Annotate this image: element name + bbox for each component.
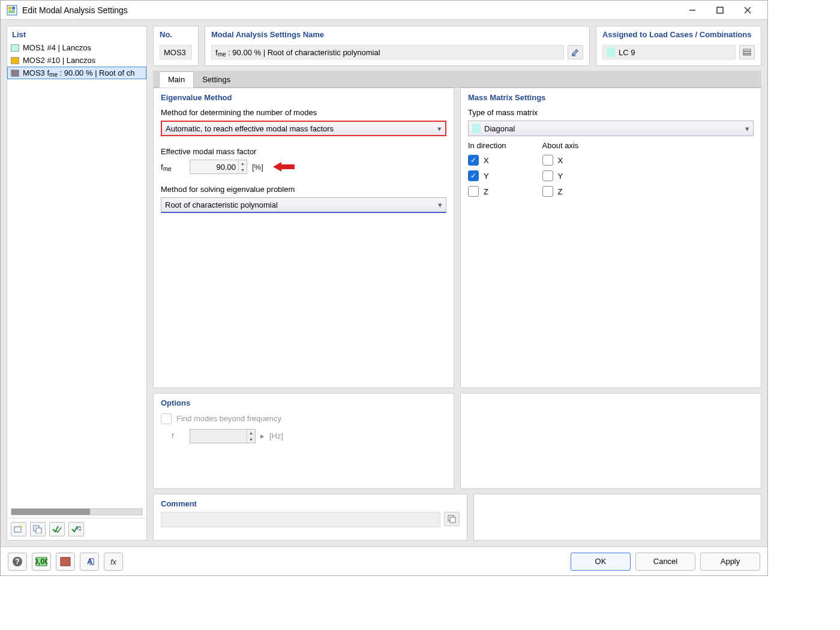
svg-rect-8 xyxy=(14,527,21,532)
f-label: f xyxy=(172,431,185,440)
name-field: fme : 90.00 % | Root of characteristic p… xyxy=(211,45,564,59)
factor-input[interactable]: 90.00 ▲▼ xyxy=(190,160,247,174)
f-input: ▲▼ xyxy=(190,429,256,443)
assigned-details-button[interactable] xyxy=(739,45,755,59)
tab-settings[interactable]: Settings xyxy=(194,72,239,87)
assigned-label: Assigned to Load Cases / Combinations xyxy=(602,30,755,39)
svg-marker-12 xyxy=(79,529,80,530)
help-button[interactable]: ? xyxy=(8,553,27,571)
svg-rect-14 xyxy=(743,49,751,51)
lc-swatch xyxy=(607,47,615,57)
list-item-label: MOS1 #4 | Lanczos xyxy=(23,43,91,52)
no-label: No. xyxy=(160,30,192,39)
svg-marker-17 xyxy=(273,162,295,172)
list-item[interactable]: MOS2 #10 | Lanczos xyxy=(7,54,146,67)
list-item[interactable]: MOS3 fme : 90.00 % | Root of ch xyxy=(7,67,146,79)
svg-text:0,00: 0,00 xyxy=(35,557,47,566)
modes-method-select[interactable]: Automatic, to reach effective modal mass… xyxy=(161,121,446,136)
mass-type-label: Type of mass matrix xyxy=(468,108,754,117)
no-field: MOS3 xyxy=(160,45,192,59)
axis-z-checkbox[interactable] xyxy=(542,186,553,197)
find-modes-checkbox[interactable] xyxy=(161,413,172,424)
comment-library-button[interactable] xyxy=(444,512,460,526)
units-button[interactable]: 0,00 xyxy=(32,553,51,571)
select-value: Root of characteristic polynomial xyxy=(165,200,278,209)
find-modes-label: Find modes beyond frequency xyxy=(176,414,281,423)
svg-rect-3 xyxy=(8,10,15,13)
list-item-label: MOS2 #10 | Lanczos xyxy=(23,56,95,65)
mass-panel: Mass Matrix Settings Type of mass matrix… xyxy=(460,88,761,388)
spinner-up[interactable]: ▲ xyxy=(239,160,247,167)
axis-label: About axis xyxy=(542,141,579,150)
ok-button[interactable]: OK xyxy=(571,553,631,571)
edit-name-button[interactable] xyxy=(568,45,583,59)
svg-marker-9 xyxy=(20,525,22,527)
comment-title: Comment xyxy=(161,499,460,508)
chevron-down-icon: ▾ xyxy=(437,124,442,133)
select-value: Diagonal xyxy=(484,124,515,133)
assigned-box: Assigned to Load Cases / Combinations LC… xyxy=(596,26,761,66)
svg-rect-15 xyxy=(743,52,751,53)
list-panel: List MOS1 #4 | Lanczos MOS2 #10 | Lanczo… xyxy=(7,26,147,541)
name-label: Modal Analysis Settings Name xyxy=(211,30,583,39)
dir-z-checkbox[interactable] xyxy=(468,186,479,197)
factor-unit: [%] xyxy=(252,163,263,172)
cancel-button[interactable]: Cancel xyxy=(635,553,695,571)
empty-panel-bottom-right xyxy=(473,494,761,541)
titlebar: Edit Modal Analysis Settings xyxy=(1,1,767,20)
comment-panel: Comment xyxy=(153,494,467,541)
apply-button[interactable]: Apply xyxy=(700,553,760,571)
direction-label: In direction xyxy=(468,141,506,150)
tab-strip: Main Settings xyxy=(153,71,761,88)
f-unit: [Hz] xyxy=(269,431,283,440)
tab-main[interactable]: Main xyxy=(159,71,194,88)
eigen-title: Eigenvalue Method xyxy=(161,93,446,102)
factor-symbol: fme xyxy=(161,163,185,172)
maximize-button[interactable] xyxy=(706,1,734,19)
formula-button[interactable]: fx xyxy=(104,553,123,571)
mass-title: Mass Matrix Settings xyxy=(468,93,754,102)
spinner-down[interactable]: ▼ xyxy=(239,167,247,173)
comment-input[interactable] xyxy=(161,512,440,527)
footer: ? 0,00 A fx OK Cancel Apply xyxy=(1,547,767,575)
list-item[interactable]: MOS1 #4 | Lanczos xyxy=(7,41,146,54)
solver-select[interactable]: Root of characteristic polynomial ▾ xyxy=(161,197,446,213)
minimize-button[interactable] xyxy=(679,1,706,19)
dir-y-checkbox[interactable] xyxy=(468,170,479,181)
check-all-button[interactable] xyxy=(49,522,65,536)
svg-rect-1 xyxy=(8,7,11,10)
svg-rect-19 xyxy=(450,517,455,523)
copy-item-button[interactable] xyxy=(30,522,46,536)
axis-y-checkbox[interactable] xyxy=(542,170,553,181)
new-item-button[interactable] xyxy=(11,522,26,536)
svg-rect-24 xyxy=(61,557,70,566)
svg-rect-5 xyxy=(717,7,723,13)
svg-rect-16 xyxy=(743,54,751,55)
check-cycle-button[interactable] xyxy=(68,522,84,536)
axis-x-checkbox[interactable] xyxy=(542,155,553,166)
select-value: Automatic, to reach effective modal mass… xyxy=(166,124,334,133)
svg-rect-2 xyxy=(12,7,15,10)
window-title: Edit Modal Analysis Settings xyxy=(22,5,679,15)
chevron-down-icon: ▾ xyxy=(438,200,442,209)
svg-text:fx: fx xyxy=(110,557,117,566)
list-toolbar xyxy=(7,518,146,540)
factor-label: Effective modal mass factor xyxy=(161,147,446,156)
dir-x-checkbox[interactable] xyxy=(468,155,479,166)
options-title: Options xyxy=(161,398,446,407)
name-box: Modal Analysis Settings Name fme : 90.00… xyxy=(205,26,590,66)
number-box: No. MOS3 xyxy=(153,26,199,66)
modes-method-label: Method for determining the number of mod… xyxy=(161,108,446,117)
chevron-down-icon: ▾ xyxy=(745,124,749,133)
close-button[interactable] xyxy=(734,1,761,19)
list-items: MOS1 #4 | Lanczos MOS2 #10 | Lanczos MOS… xyxy=(7,41,146,506)
list-item-label: MOS3 fme : 90.00 % | Root of ch xyxy=(23,68,134,77)
horizontal-scrollbar[interactable] xyxy=(11,508,143,515)
mass-type-select[interactable]: Diagonal ▾ xyxy=(468,121,754,136)
assigned-field: LC 9 xyxy=(602,45,736,59)
rename-button[interactable]: A xyxy=(80,553,99,571)
svg-text:?: ? xyxy=(15,557,20,566)
app-icon xyxy=(7,5,17,16)
color-swatch xyxy=(11,44,19,52)
color-button[interactable] xyxy=(56,553,75,571)
